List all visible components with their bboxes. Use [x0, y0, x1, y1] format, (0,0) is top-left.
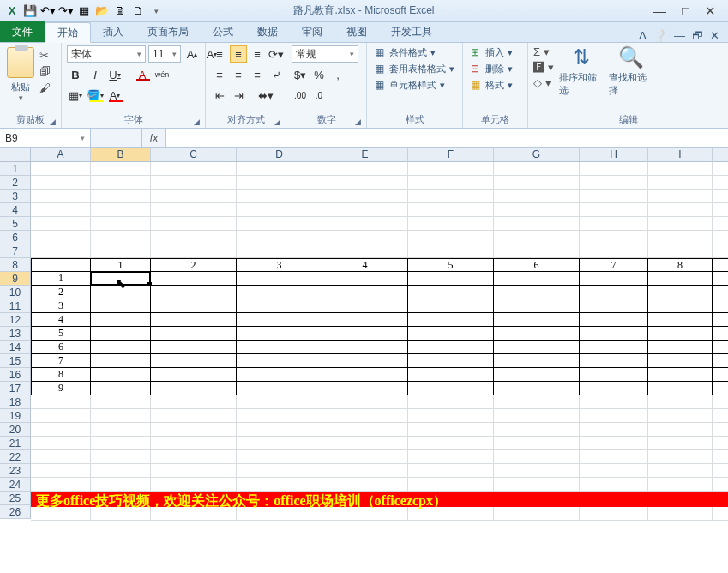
cell[interactable]: [713, 395, 728, 409]
cell[interactable]: [494, 354, 580, 368]
cell[interactable]: [580, 341, 648, 354]
cell[interactable]: [322, 231, 408, 244]
currency-icon[interactable]: $▾: [292, 66, 309, 83]
cell[interactable]: [31, 162, 91, 176]
insert-cells-button[interactable]: ⊞插入▾: [468, 45, 513, 59]
cell[interactable]: [151, 327, 237, 341]
number-format-combo[interactable]: 常规▾: [292, 45, 358, 63]
row-header-3[interactable]: 3: [0, 190, 31, 203]
cell[interactable]: [408, 313, 494, 327]
cell[interactable]: [713, 507, 728, 521]
cell[interactable]: [322, 354, 408, 368]
bold-button[interactable]: B: [67, 66, 84, 83]
cell[interactable]: [580, 409, 648, 423]
cell[interactable]: [151, 478, 237, 492]
cell[interactable]: [31, 244, 91, 258]
sort-filter-button[interactable]: ⇅ 排序和筛选: [559, 45, 604, 97]
col-header-A[interactable]: A: [31, 148, 91, 162]
cell[interactable]: [713, 341, 728, 354]
cell[interactable]: [580, 162, 648, 176]
borders-button[interactable]: ▦▾: [67, 87, 84, 104]
cell[interactable]: [580, 450, 648, 464]
find-select-button[interactable]: 🔍 查找和选择: [609, 45, 653, 97]
row-header-4[interactable]: 4: [0, 203, 31, 217]
table-format-button[interactable]: ▦套用表格格式▾: [372, 62, 454, 75]
cell[interactable]: [91, 190, 151, 203]
cell[interactable]: [322, 176, 408, 190]
cell[interactable]: 7: [580, 258, 648, 272]
cell[interactable]: [322, 464, 408, 478]
cell[interactable]: [91, 478, 151, 492]
close-button[interactable]: ✕: [705, 3, 716, 19]
paste-button[interactable]: 粘贴 ▾: [5, 45, 36, 102]
formula-input[interactable]: [166, 129, 728, 147]
cell[interactable]: [91, 368, 151, 382]
cell[interactable]: [151, 507, 237, 521]
comma-icon[interactable]: ,: [329, 66, 346, 83]
cell[interactable]: [713, 450, 728, 464]
cell[interactable]: [322, 437, 408, 450]
cell[interactable]: [322, 450, 408, 464]
cell[interactable]: [713, 423, 728, 437]
cell[interactable]: [237, 341, 322, 354]
cell[interactable]: [648, 217, 713, 231]
tab-file[interactable]: 文件: [0, 21, 45, 42]
cell[interactable]: [648, 478, 713, 492]
cell[interactable]: [713, 286, 728, 299]
cell[interactable]: [494, 217, 580, 231]
tab-view[interactable]: 视图: [334, 21, 379, 42]
cell[interactable]: [580, 203, 648, 217]
cell[interactable]: [237, 272, 322, 286]
cell[interactable]: [494, 507, 580, 521]
cell[interactable]: [580, 478, 648, 492]
cell[interactable]: [237, 327, 322, 341]
tab-data[interactable]: 数据: [245, 21, 290, 42]
cell[interactable]: [91, 203, 151, 217]
cell[interactable]: [494, 437, 580, 450]
cell[interactable]: [322, 313, 408, 327]
cell[interactable]: [237, 286, 322, 299]
cell[interactable]: [31, 190, 91, 203]
phonetic-button[interactable]: wén: [153, 66, 171, 83]
cell[interactable]: [31, 437, 91, 450]
cell[interactable]: [237, 464, 322, 478]
cell[interactable]: 8: [31, 368, 91, 382]
cell[interactable]: [580, 395, 648, 409]
cell[interactable]: [494, 190, 580, 203]
cell[interactable]: [91, 231, 151, 244]
cell[interactable]: [91, 423, 151, 437]
font-launcher[interactable]: ◢: [194, 118, 200, 126]
cell[interactable]: [713, 327, 728, 341]
row-header-24[interactable]: 24: [0, 478, 31, 492]
cell[interactable]: [322, 203, 408, 217]
cell[interactable]: [713, 244, 728, 258]
cell[interactable]: [91, 341, 151, 354]
cell[interactable]: [494, 423, 580, 437]
cell[interactable]: 3: [31, 299, 91, 313]
cell[interactable]: [648, 299, 713, 313]
tab-review[interactable]: 审阅: [290, 21, 334, 42]
row-header-18[interactable]: 18: [0, 395, 31, 409]
tab-home[interactable]: 开始: [45, 22, 91, 43]
cell[interactable]: [237, 354, 322, 368]
cell[interactable]: 7: [31, 354, 91, 368]
tab-insert[interactable]: 插入: [91, 21, 135, 42]
cell[interactable]: [648, 382, 713, 395]
cell[interactable]: [322, 382, 408, 395]
cell[interactable]: [31, 409, 91, 423]
cell[interactable]: [91, 395, 151, 409]
cell[interactable]: [408, 354, 494, 368]
row-header-11[interactable]: 11: [0, 299, 31, 313]
qat-dropdown-icon[interactable]: ▾: [148, 3, 164, 19]
minimize-button[interactable]: —: [653, 3, 666, 19]
cell[interactable]: [713, 437, 728, 450]
cell[interactable]: [237, 437, 322, 450]
cell[interactable]: [91, 354, 151, 368]
cell[interactable]: [31, 464, 91, 478]
left-align-icon[interactable]: ≡: [211, 66, 228, 83]
copy-icon[interactable]: 🗐: [39, 65, 51, 78]
cell[interactable]: [648, 286, 713, 299]
cell[interactable]: [31, 395, 91, 409]
row-header-20[interactable]: 20: [0, 423, 31, 437]
orientation-icon[interactable]: ⟳▾: [268, 45, 285, 63]
